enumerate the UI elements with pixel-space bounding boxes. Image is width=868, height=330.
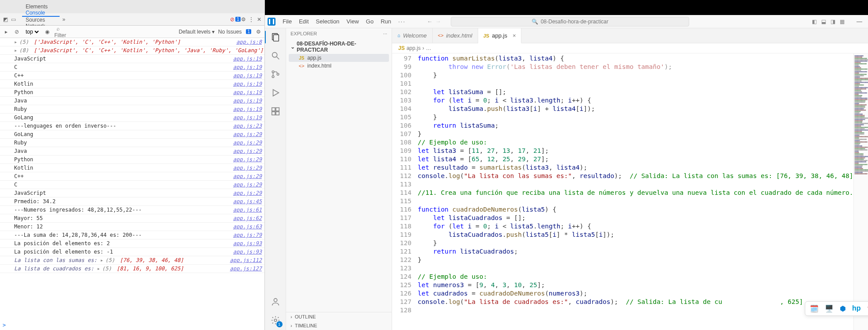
nav-back-icon[interactable]: ← [427, 18, 433, 25]
command-center[interactable]: 🔍 08-Desafio-hora-de-practicar [451, 17, 689, 27]
source-link[interactable]: app.js:19 [230, 114, 262, 121]
devtools-tab-console[interactable]: Console [22, 10, 60, 17]
issues-label[interactable]: No Issues [218, 29, 242, 35]
menu-run[interactable]: Run [377, 18, 395, 25]
source-link[interactable]: app.js:112 [226, 257, 262, 264]
devtools-tab-sources[interactable]: Sources [22, 17, 60, 23]
source-link[interactable]: app.js:61 [230, 206, 262, 213]
account-icon[interactable] [270, 296, 281, 307]
console-row[interactable]: La lista de cuadrados es: (5) [81, 16, 9… [0, 265, 264, 273]
errors-icon[interactable]: ⊘1 [232, 16, 239, 23]
console-row[interactable]: Kotlinapp.js:19 [0, 80, 264, 88]
clear-console-icon[interactable]: ⊘ [13, 28, 20, 35]
tab-close-icon[interactable]: × [513, 32, 516, 39]
menu-view[interactable]: View [343, 18, 362, 25]
source-link[interactable]: app.js:93 [230, 248, 262, 255]
console-row[interactable]: ---Numeros ingresados: 48,28,12,55,22---… [0, 206, 264, 214]
code-editor[interactable]: 9799100101102103104105106107108109110111… [392, 53, 868, 330]
source-link[interactable]: app.js:19 [230, 106, 262, 113]
menu-file[interactable]: File [279, 18, 295, 25]
source-link[interactable]: app.js:29 [230, 148, 262, 155]
console-row[interactable]: Javaapp.js:19 [0, 97, 264, 105]
console-row[interactable]: JavaScriptapp.js:29 [0, 189, 264, 197]
more-tabs-icon[interactable]: » [60, 16, 68, 23]
nav-forward-icon[interactable]: → [435, 18, 441, 25]
console-row[interactable]: GoLangapp.js:19 [0, 114, 264, 122]
tray-icon[interactable]: 🗓️ [810, 304, 819, 313]
tray-icon[interactable]: ⬢ [840, 304, 846, 313]
devtools-tab-elements[interactable]: Elements [22, 4, 60, 10]
console-row[interactable]: GoLangapp.js:29 [0, 130, 264, 139]
code-content[interactable]: function sumarListas(lista3, lista4) { t… [417, 53, 853, 330]
source-link[interactable]: app.js:29 [230, 139, 262, 146]
console-row[interactable]: Javaapp.js:29 [0, 147, 264, 156]
search-activity-icon[interactable] [270, 50, 281, 61]
source-link[interactable]: app.js:127 [226, 265, 262, 272]
source-control-icon[interactable] [270, 69, 281, 80]
layout-grid-icon[interactable]: ▦ [840, 19, 845, 25]
console-row[interactable]: Rubyapp.js:19 [0, 105, 264, 114]
explorer-more-icon[interactable]: ··· [383, 31, 387, 36]
layout-bottom-icon[interactable]: ⬓ [821, 19, 826, 25]
source-link[interactable]: app.js:13 [263, 47, 264, 54]
console-row[interactable]: ---lenguages en orden inverso---app.js:2… [0, 122, 264, 130]
source-link[interactable]: app.js:93 [230, 240, 262, 247]
console-row[interactable]: La posición del elemento es: -1app.js:93 [0, 248, 264, 256]
console-row[interactable]: Capp.js:29 [0, 181, 264, 189]
settings-icon[interactable]: ⚙ [240, 16, 247, 23]
console-row[interactable]: C++app.js:29 [0, 172, 264, 181]
close-icon[interactable]: ✕ [256, 16, 263, 23]
tab-welcome[interactable]: ⌂Welcome [392, 28, 433, 43]
source-link[interactable]: app.js:79 [230, 231, 262, 239]
timeline-section[interactable]: ›TIMELINE [286, 321, 392, 330]
console-output[interactable]: (5) ['JavaScript', 'C', 'C++', 'Kotlin',… [0, 38, 264, 320]
manage-icon[interactable]: 1 [270, 315, 281, 326]
minimap[interactable]: ████████████████████████████████████████… [853, 53, 868, 330]
file-index.html[interactable]: <>index.html [289, 62, 389, 70]
levels-dropdown[interactable]: Default levels ▾ [179, 29, 215, 35]
workspace-folder[interactable]: ⌄ 08-DESAFÍO-HORA-DE-PRACTICAR [289, 40, 389, 54]
source-link[interactable]: app.js:8 [233, 38, 262, 46]
source-link[interactable]: app.js:19 [230, 80, 262, 87]
source-link[interactable]: app.js:29 [230, 181, 262, 188]
source-link[interactable]: app.js:19 [230, 55, 262, 62]
source-link[interactable]: app.js:45 [230, 198, 262, 205]
console-row[interactable]: ---La suma de: 14,28,78,36,44 es: 200---… [0, 231, 264, 239]
console-row[interactable]: Kotlinapp.js:29 [0, 164, 264, 172]
console-row[interactable]: Pythonapp.js:29 [0, 156, 264, 164]
source-link[interactable]: app.js:29 [230, 131, 262, 138]
console-row[interactable]: Pythonapp.js:19 [0, 88, 264, 97]
tab-app-js[interactable]: JSapp.js× [478, 28, 522, 43]
tray-icon[interactable]: hp [852, 304, 861, 313]
context-select[interactable]: top [24, 28, 40, 35]
menu-edit[interactable]: Edit [295, 18, 312, 25]
source-link[interactable]: app.js:23 [230, 122, 262, 129]
source-link[interactable]: app.js:63 [230, 223, 262, 230]
filter-input[interactable] [54, 32, 98, 38]
tab-index-html[interactable]: <>index.html [433, 28, 478, 43]
inspect-icon[interactable]: ◩ [2, 16, 9, 23]
console-settings-icon[interactable]: ⚙ [255, 28, 262, 35]
console-prompt[interactable]: > [0, 320, 264, 330]
explorer-icon[interactable] [270, 32, 281, 42]
console-row[interactable]: (5) ['JavaScript', 'C', 'C++', 'Kotlin',… [0, 38, 264, 46]
menu-go[interactable]: Go [362, 18, 377, 25]
source-link[interactable]: app.js:29 [230, 156, 262, 163]
kebab-icon[interactable]: ⋮ [248, 16, 255, 23]
menu-selection[interactable]: Selection [312, 18, 343, 25]
tray-icon[interactable]: 🖥️ [825, 304, 834, 313]
source-link[interactable]: app.js:29 [230, 190, 262, 197]
console-row[interactable]: C++app.js:19 [0, 72, 264, 80]
console-row[interactable]: Menor: 12app.js:63 [0, 223, 264, 231]
console-row[interactable]: Prmedio: 34.2app.js:45 [0, 197, 264, 206]
file-app.js[interactable]: JSapp.js [289, 54, 389, 62]
sidebar-toggle-icon[interactable]: ▸ [3, 28, 10, 35]
outline-section[interactable]: ›OUTLINE [286, 312, 392, 321]
extensions-icon[interactable] [270, 106, 281, 117]
console-row[interactable]: (8) ['JavaScript', 'C', 'C++', 'Kotlin',… [0, 46, 264, 55]
layout-left-icon[interactable]: ◧ [812, 19, 817, 25]
source-link[interactable]: app.js:29 [230, 173, 262, 180]
source-link[interactable]: app.js:29 [230, 164, 262, 171]
menu-overflow-icon[interactable]: ··· [396, 18, 408, 25]
run-debug-icon[interactable] [270, 87, 281, 98]
